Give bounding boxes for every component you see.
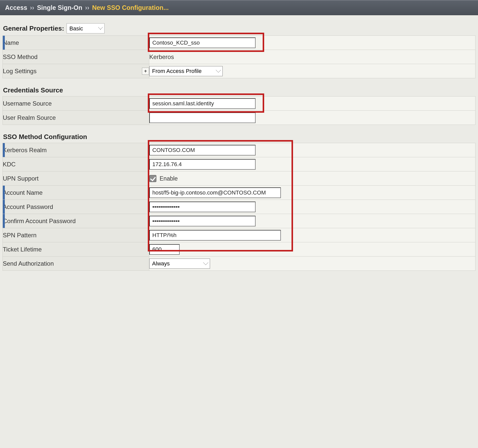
general-properties-table: Name SSO Method Kerberos Log Settin [3, 35, 475, 78]
name-value-cell [149, 36, 475, 50]
sso-method-label: SSO Method [3, 53, 37, 60]
section-header-method: SSO Method Configuration [3, 125, 475, 143]
section-title-method: SSO Method Configuration [3, 133, 87, 141]
confirm-password-value-cell [149, 214, 475, 228]
breadcrumb-sep-2: ›› [84, 4, 90, 11]
log-settings-add-button[interactable]: + [142, 68, 149, 75]
kdc-value-cell [149, 157, 475, 171]
username-source-label-cell: Username Source [3, 96, 149, 111]
ticket-lifetime-label: Ticket Lifetime [3, 246, 42, 253]
breadcrumb-level2[interactable]: Single Sign-On [37, 4, 82, 11]
user-realm-source-input[interactable] [149, 112, 256, 123]
user-realm-source-value-cell [149, 111, 475, 125]
username-source-value-cell [149, 96, 475, 111]
spn-pattern-label-cell: SPN Pattern [3, 228, 149, 242]
log-settings-value-cell: From Access Profile [149, 64, 475, 78]
sso-method-config-table: Kerberos Realm KDC UPN Support [3, 143, 475, 271]
upn-support-label-cell: UPN Support [3, 171, 149, 186]
upn-support-label: UPN Support [3, 175, 38, 182]
spn-pattern-label: SPN Pattern [3, 232, 36, 239]
credentials-source-table: Username Source User Realm Source [3, 96, 475, 125]
send-authorization-label: Send Authorization [3, 260, 54, 267]
account-name-label: Account Name [3, 189, 43, 196]
upn-support-checkbox[interactable] [149, 175, 156, 182]
ticket-lifetime-value-cell [149, 242, 475, 257]
log-settings-select[interactable]: From Access Profile [149, 66, 223, 76]
sso-method-value: Kerberos [149, 53, 174, 60]
kdc-label-cell: KDC [3, 157, 149, 171]
kerberos-realm-input[interactable] [149, 145, 256, 155]
log-settings-label-cell: Log Settings + [3, 64, 149, 78]
send-authorization-select[interactable]: Always [149, 259, 210, 269]
breadcrumb-level3: New SSO Configuration... [92, 4, 169, 11]
name-label: Name [3, 39, 19, 46]
confirm-password-label: Confirm Account Password [3, 218, 76, 224]
account-password-value-cell [149, 200, 475, 214]
account-password-label-cell: Account Password [3, 200, 149, 214]
account-name-input[interactable] [149, 187, 281, 198]
name-input[interactable] [149, 37, 256, 48]
confirm-password-label-cell: Confirm Account Password [3, 214, 149, 228]
username-source-input[interactable] [149, 98, 256, 109]
account-name-value-cell [149, 186, 475, 200]
ticket-lifetime-input[interactable] [149, 244, 180, 255]
properties-mode-select[interactable]: Basic [67, 23, 105, 33]
kdc-input[interactable] [149, 159, 256, 170]
user-realm-source-label: User Realm Source [3, 114, 56, 121]
user-realm-source-label-cell: User Realm Source [3, 111, 149, 125]
account-name-label-cell: Account Name [3, 186, 149, 200]
section-title-credentials: Credentials Source [3, 86, 63, 94]
account-password-input[interactable] [149, 202, 256, 212]
breadcrumb-level1[interactable]: Access [5, 4, 27, 11]
spn-pattern-value-cell [149, 228, 475, 242]
send-authorization-label-cell: Send Authorization [3, 257, 149, 271]
breadcrumb: Access ›› Single Sign-On ›› New SSO Conf… [0, 0, 478, 15]
section-title-general: General Properties: [3, 25, 64, 32]
section-header-credentials: Credentials Source [3, 78, 475, 96]
kerberos-realm-label-cell: Kerberos Realm [3, 143, 149, 157]
name-label-cell: Name [3, 36, 149, 50]
sso-method-label-cell: SSO Method [3, 50, 149, 64]
account-password-label: Account Password [3, 203, 53, 210]
ticket-lifetime-label-cell: Ticket Lifetime [3, 242, 149, 257]
spn-pattern-input[interactable] [149, 230, 281, 241]
kerberos-realm-value-cell [149, 143, 475, 157]
sso-method-value-cell: Kerberos [149, 50, 475, 64]
confirm-password-input[interactable] [149, 216, 256, 226]
upn-support-checkbox-label: Enable [160, 175, 178, 182]
kerberos-realm-label: Kerberos Realm [3, 147, 47, 153]
kdc-label: KDC [3, 161, 16, 168]
breadcrumb-sep-1: ›› [29, 4, 35, 11]
send-authorization-value-cell: Always [149, 257, 475, 271]
section-header-general: General Properties: Basic [3, 15, 475, 35]
upn-support-value-cell: Enable [149, 171, 475, 186]
username-source-label: Username Source [3, 100, 52, 107]
log-settings-label: Log Settings [3, 68, 36, 75]
